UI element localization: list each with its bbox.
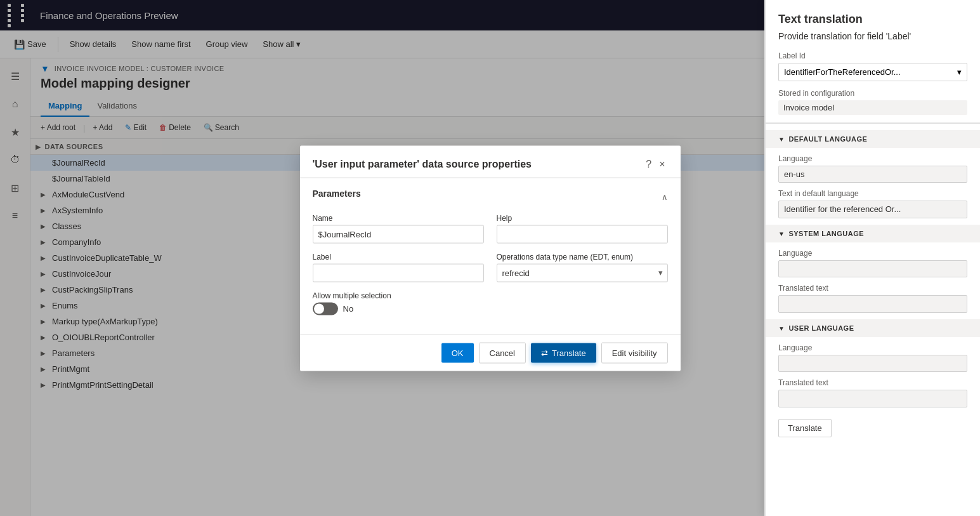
collapse-icon[interactable]: ∧ bbox=[662, 192, 668, 202]
form-row-label-ops: Label Operations data type name (EDT, en… bbox=[313, 252, 668, 282]
dropdown-chevron-icon: ▾ bbox=[957, 67, 962, 77]
label-id-dropdown[interactable]: IdentifierForTheReferencedOr... ▾ bbox=[778, 63, 967, 81]
help-icon[interactable]: ? bbox=[646, 158, 651, 169]
user-translated-value bbox=[778, 390, 967, 407]
system-language-section: ▼ SYSTEM LANGUAGE bbox=[766, 225, 980, 242]
right-panel-subtitle: Provide translation for field 'Label' bbox=[778, 31, 967, 41]
translate-icon: ⇄ bbox=[541, 348, 548, 357]
operations-label: Operations data type name (EDT, enum) bbox=[497, 252, 668, 261]
operations-select-wrapper: refrecid bbox=[497, 263, 668, 282]
name-label: Name bbox=[313, 213, 484, 222]
help-label: Help bbox=[497, 213, 668, 222]
stored-in-value: Invoice model bbox=[778, 100, 967, 115]
ok-button[interactable]: OK bbox=[441, 343, 474, 362]
right-panel-title: Text translation bbox=[778, 13, 863, 26]
default-language-section: ▼ DEFAULT LANGUAGE bbox=[766, 130, 980, 148]
user-lang-chevron[interactable]: ▼ bbox=[778, 325, 785, 332]
system-translated-value bbox=[778, 295, 967, 313]
modal-body: Parameters ∧ Name Help Label Operations … bbox=[300, 178, 681, 334]
divider bbox=[766, 122, 980, 124]
stored-in-label: Stored in configuration bbox=[778, 89, 967, 98]
translate-button[interactable]: ⇄ Translate bbox=[531, 343, 596, 362]
system-lang-label: Language bbox=[778, 249, 967, 258]
modal-dialog: 'User input parameter' data source prope… bbox=[300, 145, 681, 371]
allow-multiple-label: Allow multiple selection bbox=[313, 291, 668, 300]
user-lang-value bbox=[778, 355, 967, 372]
toggle-row: No bbox=[313, 302, 668, 315]
form-group-allow-multiple: Allow multiple selection No bbox=[313, 291, 668, 315]
modal-close-button[interactable]: × bbox=[657, 155, 667, 172]
form-group-name: Name bbox=[313, 213, 484, 243]
cancel-button[interactable]: Cancel bbox=[479, 342, 526, 363]
label-id-label: Label Id bbox=[778, 51, 967, 60]
default-language-field: Language en-us bbox=[778, 154, 967, 183]
stored-in-field: Stored in configuration Invoice model bbox=[778, 89, 967, 115]
system-lang-chevron[interactable]: ▼ bbox=[778, 230, 785, 237]
parameters-section-title: Parameters bbox=[313, 188, 361, 198]
default-lang-chevron[interactable]: ▼ bbox=[778, 136, 785, 143]
user-language-section: ▼ USER LANGUAGE bbox=[766, 319, 980, 337]
name-input[interactable] bbox=[313, 225, 484, 243]
default-lang-value: en-us bbox=[778, 166, 967, 183]
modal-title: 'User input parameter' data source prope… bbox=[313, 158, 532, 169]
default-text-label: Text in default language bbox=[778, 189, 967, 198]
allow-multiple-value: No bbox=[343, 304, 354, 314]
system-translated-field: Translated text bbox=[778, 284, 967, 313]
right-panel: Text translation Provide translation for… bbox=[764, 0, 980, 516]
form-group-operations: Operations data type name (EDT, enum) re… bbox=[497, 252, 668, 282]
allow-multiple-toggle[interactable] bbox=[313, 302, 338, 315]
label-field-label: Label bbox=[313, 252, 484, 261]
modal-header: 'User input parameter' data source prope… bbox=[300, 145, 681, 178]
form-group-label: Label bbox=[313, 252, 484, 282]
user-language-field: Language bbox=[778, 343, 967, 372]
system-translated-label: Translated text bbox=[778, 284, 967, 293]
default-text-field: Text in default language Identifier for … bbox=[778, 189, 967, 218]
edit-visibility-button[interactable]: Edit visibility bbox=[601, 342, 668, 363]
toggle-knob bbox=[314, 303, 324, 314]
user-lang-label: Language bbox=[778, 343, 967, 352]
system-language-field: Language bbox=[778, 249, 967, 277]
form-row-name-help: Name Help bbox=[313, 213, 668, 243]
user-translated-field: Translated text bbox=[778, 378, 967, 407]
default-text-value: Identifier for the referenced Or... bbox=[778, 201, 967, 218]
form-group-help: Help bbox=[497, 213, 668, 243]
operations-select[interactable]: refrecid bbox=[497, 263, 668, 282]
help-input[interactable] bbox=[497, 225, 668, 243]
label-input[interactable] bbox=[313, 263, 484, 282]
system-lang-value bbox=[778, 260, 967, 277]
modal-footer: OK Cancel ⇄ Translate Edit visibility bbox=[300, 334, 681, 371]
label-id-field: Label Id IdentifierForTheReferencedOr...… bbox=[778, 51, 967, 81]
user-translated-label: Translated text bbox=[778, 378, 967, 387]
rp-translate-button[interactable]: Translate bbox=[778, 419, 832, 437]
form-row-allow-multiple: Allow multiple selection No bbox=[313, 291, 668, 315]
default-lang-label: Language bbox=[778, 154, 967, 163]
